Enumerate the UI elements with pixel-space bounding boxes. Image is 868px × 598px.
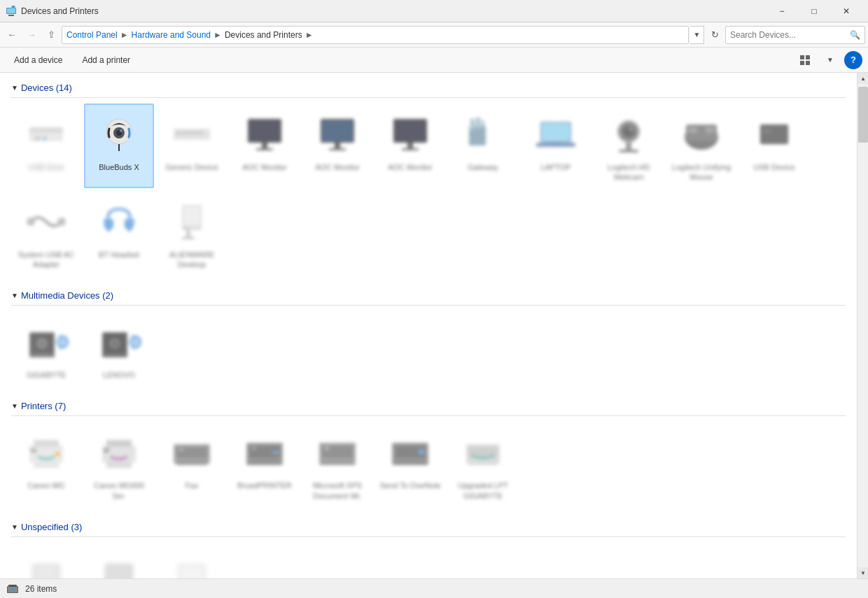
printer-item-6[interactable]: Send To OneNote bbox=[375, 422, 445, 506]
svg-rect-57 bbox=[763, 129, 771, 133]
device-item[interactable]: USB Drive bbox=[11, 104, 81, 188]
up-button[interactable]: ⇧ bbox=[42, 26, 60, 44]
scroll-up-button[interactable]: ▲ bbox=[858, 73, 868, 84]
view-dropdown-button[interactable]: ▼ bbox=[819, 51, 841, 69]
search-input[interactable] bbox=[730, 30, 850, 40]
section-devices-header[interactable]: ▼ Devices (14) bbox=[11, 78, 846, 98]
svg-rect-105 bbox=[35, 567, 57, 578]
svg-rect-86 bbox=[176, 460, 207, 465]
multimedia-grid: GIGABYTE LENOVO bbox=[11, 311, 846, 385]
svg-rect-12 bbox=[43, 137, 46, 140]
device-item-bt-headset[interactable]: BT Headset bbox=[84, 191, 154, 276]
svg-rect-8 bbox=[806, 61, 810, 65]
printer-item-3[interactable]: Fax bbox=[157, 422, 227, 506]
printer-item-7[interactable]: Upgraded LPT GIGABYTE bbox=[448, 422, 518, 506]
device-label: Generic Device bbox=[165, 162, 218, 172]
view-button[interactable] bbox=[794, 51, 816, 69]
printer-item-4[interactable]: BroadPRINTER bbox=[230, 422, 300, 506]
multimedia-item-1[interactable]: GIGABYTE bbox=[11, 311, 81, 385]
device-item-usb2[interactable]: USB Device bbox=[739, 104, 809, 188]
unspecified-item-3[interactable]: Unknown Device 3 bbox=[157, 543, 227, 578]
svg-rect-35 bbox=[402, 148, 419, 150]
cable-icon bbox=[21, 197, 71, 247]
svg-point-113 bbox=[11, 588, 14, 591]
help-button[interactable]: ? bbox=[844, 51, 862, 69]
monitor-icon3 bbox=[385, 109, 435, 159]
printer-item-2[interactable]: Canon MG600 Ser. bbox=[84, 422, 154, 506]
devices-title: Devices bbox=[21, 83, 53, 93]
bt-headset-icon bbox=[94, 197, 144, 247]
multimedia-label-2: LENOVO bbox=[103, 370, 135, 380]
svg-rect-63 bbox=[183, 206, 200, 226]
devices-grid: USB Drive BlueBuds X bbox=[11, 104, 846, 275]
statusbar: 26 items bbox=[0, 578, 868, 598]
printer-item-5[interactable]: Microsoft XPS Document Wr. bbox=[302, 422, 372, 506]
svg-rect-37 bbox=[470, 119, 475, 129]
desktop-icon bbox=[167, 197, 217, 247]
breadcrumb-hardware-sound[interactable]: Hardware and Sound bbox=[132, 30, 211, 40]
maximize-button[interactable]: □ bbox=[798, 0, 830, 22]
svg-rect-11 bbox=[35, 137, 41, 140]
monitor-icon bbox=[239, 109, 290, 159]
svg-rect-90 bbox=[249, 460, 280, 465]
svg-point-58 bbox=[27, 218, 35, 226]
svg-rect-65 bbox=[182, 237, 195, 239]
svg-rect-29 bbox=[322, 120, 353, 141]
back-button[interactable]: ← bbox=[3, 26, 21, 44]
address-dropdown[interactable]: ▼ bbox=[690, 26, 704, 44]
device-item-bluebuds[interactable]: BlueBuds X bbox=[84, 104, 154, 188]
device-item-webcam[interactable]: Logitech HD Webcam bbox=[594, 104, 664, 188]
unspecified-item-1[interactable]: Unknown Device 1 bbox=[11, 543, 81, 578]
device-item-router[interactable]: Gateway bbox=[448, 104, 518, 188]
search-icon: 🔍 bbox=[850, 30, 860, 40]
svg-rect-5 bbox=[800, 55, 804, 59]
multimedia-item-2[interactable]: LENOVO bbox=[84, 311, 154, 385]
svg-point-79 bbox=[55, 452, 59, 456]
device-item-logitech[interactable]: Logitech Unifying Mouse bbox=[666, 104, 736, 188]
device-item-monitor1[interactable]: AOC Monitor bbox=[230, 104, 300, 188]
printer-label-6: Send To OneNote bbox=[379, 480, 440, 490]
bluebuds-icon bbox=[94, 109, 144, 159]
svg-rect-30 bbox=[335, 143, 340, 148]
device-item-monitor3[interactable]: AOC Monitor bbox=[375, 104, 445, 188]
device-item[interactable]: Generic Device bbox=[157, 104, 227, 188]
monitor-label2: AOC Monitor bbox=[315, 162, 360, 172]
device-item-monitor2[interactable]: AOC Monitor bbox=[302, 104, 372, 188]
printers-title: Printers bbox=[21, 401, 52, 411]
monitor-label3: AOC Monitor bbox=[388, 162, 433, 172]
scroll-thumb[interactable] bbox=[858, 87, 868, 143]
breadcrumb-control-panel[interactable]: Control Panel bbox=[66, 30, 118, 40]
svg-rect-66 bbox=[185, 227, 188, 229]
section-unspecified-header[interactable]: ▼ Unspecified (3) bbox=[11, 518, 846, 537]
bt-headset-label: BT Headset bbox=[99, 250, 139, 259]
add-printer-button[interactable]: Add a printer bbox=[74, 51, 139, 69]
webcam-icon bbox=[603, 109, 654, 159]
search-box[interactable]: 🔍 bbox=[725, 26, 865, 44]
window-controls: − □ ✕ bbox=[766, 0, 862, 22]
device-item-laptop[interactable]: LAPTOP bbox=[521, 104, 591, 188]
refresh-button[interactable]: ↻ bbox=[706, 26, 724, 44]
breadcrumb: Control Panel ► Hardware and Sound ► Dev… bbox=[62, 26, 689, 44]
scroll-track[interactable] bbox=[858, 84, 868, 567]
media-server-icon bbox=[21, 317, 71, 367]
unspecified-icon-1 bbox=[21, 548, 71, 578]
scroll-down-button[interactable]: ▼ bbox=[858, 567, 868, 578]
monitor-icon2 bbox=[312, 109, 363, 159]
svg-rect-60 bbox=[106, 219, 113, 229]
device-item-desktop[interactable]: ALIENWARE Desktop bbox=[157, 191, 227, 276]
printers-chevron: ▼ bbox=[11, 402, 18, 410]
section-multimedia-header[interactable]: ▼ Multimedia Devices (2) bbox=[11, 286, 846, 306]
printer-item-1[interactable]: Canon MG bbox=[11, 422, 81, 506]
minimize-button[interactable]: − bbox=[766, 0, 798, 22]
section-printers-header[interactable]: ▼ Printers (7) bbox=[11, 397, 846, 416]
svg-rect-23 bbox=[199, 131, 203, 134]
close-button[interactable]: ✕ bbox=[830, 0, 862, 22]
scrollbar[interactable]: ▲ ▼ bbox=[857, 73, 868, 578]
svg-rect-77 bbox=[34, 461, 59, 468]
forward-button[interactable]: → bbox=[22, 26, 41, 44]
add-device-button[interactable]: Add a device bbox=[6, 51, 71, 69]
device-item-cable[interactable]: System USB AC Adapter bbox=[11, 191, 81, 276]
svg-rect-78 bbox=[31, 448, 36, 453]
unspecified-item-2[interactable]: Unknown Device 2 bbox=[84, 543, 154, 578]
svg-rect-40 bbox=[470, 127, 473, 129]
